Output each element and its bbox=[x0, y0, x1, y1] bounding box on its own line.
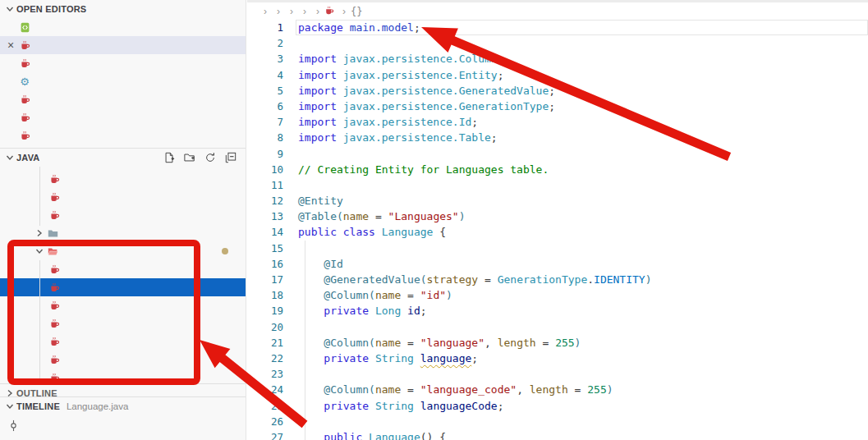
line-number[interactable]: 24 bbox=[247, 382, 283, 397]
code-area[interactable]: 1package main.model;2 3import javax.pers… bbox=[247, 20, 868, 440]
line-number[interactable]: 4 bbox=[247, 67, 283, 83]
code-line-12[interactable]: 12@Entity bbox=[247, 193, 868, 209]
line-number[interactable]: 8 bbox=[247, 130, 283, 145]
code-line-5[interactable]: 5import javax.persistence.GeneratedValue… bbox=[247, 83, 868, 99]
java-file-icon bbox=[18, 129, 31, 142]
tree-item-Language.java[interactable] bbox=[0, 278, 246, 296]
tree-item-LanguageLevel.java[interactable] bbox=[0, 296, 246, 314]
code-line-2[interactable]: 2 bbox=[247, 35, 868, 51]
code-line-4[interactable]: 4import javax.persistence.Entity; bbox=[247, 67, 868, 83]
line-number[interactable]: 14 bbox=[247, 224, 283, 240]
line-number[interactable]: 18 bbox=[247, 287, 283, 303]
line-number[interactable]: 3 bbox=[247, 51, 283, 66]
open-editor-item-Language.java[interactable]: × bbox=[0, 36, 246, 54]
tree-item-MemberEnableData.java[interactable] bbox=[0, 170, 246, 188]
line-number[interactable]: 25 bbox=[247, 398, 283, 414]
code-line-26[interactable]: 26 bbox=[247, 414, 868, 429]
line-number[interactable]: 19 bbox=[247, 303, 283, 319]
line-number[interactable]: 13 bbox=[247, 209, 283, 224]
line-number[interactable]: 5 bbox=[247, 83, 283, 99]
tree-item-MemberProfileData.java[interactable] bbox=[0, 188, 246, 206]
line-number[interactable]: 17 bbox=[247, 272, 283, 287]
new-file-icon[interactable] bbox=[162, 150, 177, 165]
line-number[interactable]: 2 bbox=[247, 35, 283, 51]
code-line-6[interactable]: 6import javax.persistence.GenerationType… bbox=[247, 99, 868, 114]
line-number[interactable]: 11 bbox=[247, 177, 283, 193]
code-line-24[interactable]: 24 @Column(name = "language_code", lengt… bbox=[247, 382, 868, 397]
chevron-down-icon[interactable] bbox=[33, 245, 46, 258]
open-editor-item-GetAllSkillsTests.java[interactable] bbox=[0, 54, 246, 72]
breadcrumb-item-main.model[interactable]: {} bbox=[351, 6, 365, 17]
refresh-icon[interactable] bbox=[203, 150, 218, 165]
code-line-9[interactable]: 9 bbox=[247, 146, 868, 162]
open-editor-item-SkillRepository.java[interactable] bbox=[0, 126, 246, 144]
tree-item-exceptions[interactable] bbox=[0, 224, 246, 242]
tree-item-Skill.java[interactable] bbox=[0, 369, 246, 383]
code-line-19[interactable]: 19 private Long id; bbox=[247, 303, 868, 319]
line-number[interactable]: 16 bbox=[247, 256, 283, 272]
java-file-icon bbox=[48, 317, 61, 330]
chevron-right-icon[interactable] bbox=[33, 227, 46, 240]
open-editor-item-application.properties[interactable]: ⚙ bbox=[0, 72, 246, 90]
collapse-all-icon[interactable] bbox=[223, 150, 238, 165]
code-line-20[interactable]: 20 bbox=[247, 319, 868, 335]
code-line-13[interactable]: 13@Table(name = "Languages") bbox=[247, 209, 868, 224]
java-file-icon bbox=[48, 209, 61, 222]
explorer-sidebar: OPEN EDITORS ×⚙ JAVA OUTLINE TIMELINE bbox=[0, 0, 246, 440]
open-editor-item-SkillData.java[interactable] bbox=[0, 90, 246, 108]
code-line-14[interactable]: 14public class Language { bbox=[247, 224, 868, 240]
open-editors-header[interactable]: OPEN EDITORS bbox=[0, 0, 246, 18]
code-line-1[interactable]: 1package main.model; bbox=[247, 20, 868, 35]
chevron-down-icon[interactable] bbox=[3, 151, 16, 164]
code-line-10[interactable]: 10// Creating Entity for Languages table… bbox=[247, 162, 868, 177]
line-text: @Id bbox=[283, 256, 343, 272]
code-line-23[interactable]: 23 bbox=[247, 366, 868, 382]
line-number[interactable]: 12 bbox=[247, 193, 283, 209]
java-file-icon bbox=[48, 371, 61, 383]
line-number[interactable]: 23 bbox=[247, 366, 283, 382]
code-line-16[interactable]: 16 @Id bbox=[247, 256, 868, 272]
code-line-21[interactable]: 21 @Column(name = "language", length = 2… bbox=[247, 335, 868, 351]
line-number[interactable]: 10 bbox=[247, 162, 283, 177]
tree-item-model[interactable] bbox=[0, 242, 246, 260]
line-number[interactable]: 27 bbox=[247, 429, 283, 440]
code-lines: 1package main.model;2 3import javax.pers… bbox=[247, 20, 868, 440]
tree-item-MemberSkill.java[interactable] bbox=[0, 351, 246, 369]
code-line-3[interactable]: 3import javax.persistence.Column; bbox=[247, 51, 868, 66]
xml-file-icon bbox=[18, 21, 31, 34]
line-number[interactable]: 9 bbox=[247, 146, 283, 162]
line-number[interactable]: 22 bbox=[247, 351, 283, 366]
line-number[interactable]: 1 bbox=[247, 20, 283, 35]
code-line-15[interactable]: 15 bbox=[247, 241, 868, 256]
code-line-18[interactable]: 18 @Column(name = "id") bbox=[247, 287, 868, 303]
open-editor-item-pom.xml[interactable] bbox=[0, 18, 246, 36]
code-line-22[interactable]: 22 private String language; bbox=[247, 351, 868, 366]
tree-item-MemberLanguage.java[interactable] bbox=[0, 332, 246, 351]
open-editor-item-SkillService.java[interactable] bbox=[0, 108, 246, 126]
code-line-17[interactable]: 17 @GeneratedValue(strategy = Generation… bbox=[247, 272, 868, 287]
line-number[interactable]: 6 bbox=[247, 99, 283, 114]
line-number[interactable]: 21 bbox=[247, 335, 283, 351]
tree-item-Member.java[interactable] bbox=[0, 314, 246, 332]
chevron-down-icon[interactable] bbox=[3, 2, 16, 16]
line-text: import javax.persistence.Id; bbox=[283, 114, 478, 130]
line-number[interactable]: 15 bbox=[247, 241, 283, 256]
tree-item-SkillData.java[interactable] bbox=[0, 206, 246, 224]
line-text: public Language() { bbox=[283, 429, 446, 440]
new-folder-icon[interactable] bbox=[182, 150, 197, 165]
close-icon[interactable]: × bbox=[3, 38, 18, 53]
tree-item-Category.java[interactable] bbox=[0, 260, 246, 278]
code-line-27[interactable]: 27 public Language() { bbox=[247, 429, 868, 440]
line-number[interactable]: 26 bbox=[247, 414, 283, 429]
code-line-7[interactable]: 7import javax.persistence.Id; bbox=[247, 114, 868, 130]
code-line-25[interactable]: 25 private String languageCode; bbox=[247, 398, 868, 414]
chevron-down-icon[interactable] bbox=[3, 400, 16, 413]
timeline-item[interactable] bbox=[0, 415, 246, 435]
line-number[interactable]: 7 bbox=[247, 114, 283, 130]
code-line-11[interactable]: 11 bbox=[247, 177, 868, 193]
breadcrumb-item-Language.java[interactable] bbox=[324, 5, 338, 18]
java-section-header[interactable]: JAVA bbox=[0, 149, 246, 167]
code-line-8[interactable]: 8import javax.persistence.Table; bbox=[247, 130, 868, 145]
timeline-header[interactable]: TIMELINE Language.java bbox=[0, 397, 246, 415]
line-number[interactable]: 20 bbox=[247, 319, 283, 335]
